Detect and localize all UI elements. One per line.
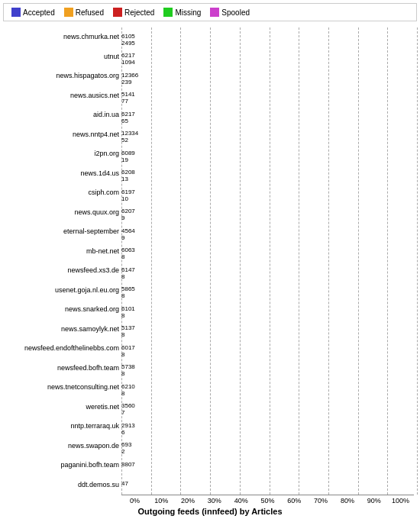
bar-row: 45649	[121, 222, 383, 242]
x-tick: 20%	[175, 495, 202, 504]
bar-secondary-value: 2495	[121, 40, 135, 47]
rejected-icon	[113, 8, 122, 17]
grid-line	[417, 27, 418, 495]
y-label: newsfeed.endofthelinebbs.com	[24, 345, 119, 352]
y-label: eternal-september	[63, 228, 119, 235]
y-label: news.tnetconsulting.net	[47, 384, 119, 391]
bar-main-value: 6089	[121, 150, 135, 156]
bar-spooled-value: 8	[121, 370, 124, 377]
bar-row: 6932	[121, 437, 383, 456]
bar-main-value: 6063	[121, 247, 135, 253]
bar-secondary-value: 239	[121, 79, 131, 85]
bar-main-value: 6197	[121, 189, 135, 195]
bar-secondary-value: 2	[121, 448, 124, 455]
bar-main-value: 47	[121, 480, 128, 487]
bar-row: 58658	[121, 281, 383, 301]
y-label: news.swapon.de	[68, 443, 119, 450]
bar-main-value: 6217	[121, 52, 135, 59]
legend-missing-label: Missing	[175, 8, 201, 17]
x-tick: 70%	[308, 495, 334, 504]
bar-main-value: 6208	[121, 169, 135, 176]
x-tick: 80%	[334, 495, 361, 504]
y-label: news.nntp4.net	[73, 131, 119, 138]
bar-spooled-value: 52	[121, 137, 128, 143]
legend-accepted: Accepted	[11, 8, 55, 17]
bar-secondary-value: 1094	[121, 59, 135, 66]
x-tick: 10%	[148, 495, 175, 504]
bar-main-value: 6147	[121, 266, 135, 273]
y-label: news.snarked.org	[65, 306, 119, 313]
y-label: newsfeed.bofh.team	[57, 365, 119, 372]
bar-secondary-value: 65	[121, 118, 128, 124]
bar-main-value: 6105	[121, 33, 135, 40]
bar-secondary-value: 8	[121, 390, 124, 397]
x-tick: 50%	[254, 495, 281, 504]
bar-secondary-value: 6	[121, 429, 124, 436]
bar-spooled-value: 8	[121, 351, 124, 358]
bar-secondary-value: 8	[121, 292, 124, 299]
bar-row: 60178	[121, 339, 383, 359]
bar-main-value: 693	[121, 441, 131, 448]
refused-icon	[64, 8, 73, 17]
bar-main-value: 12366	[121, 72, 138, 79]
y-label: aid.in.ua	[93, 111, 119, 118]
x-tick: 0%	[121, 495, 148, 504]
accepted-icon	[11, 8, 21, 17]
bar-main-value: 6101	[121, 305, 135, 312]
y-label: newsfeed.xs3.de	[67, 267, 119, 274]
bar-row: 47	[121, 475, 383, 495]
bar-main-value: 6210	[121, 383, 135, 390]
bar-row: 8807	[121, 456, 383, 475]
y-label: news.1d4.us	[80, 170, 119, 177]
x-axis: 0%10%20%30%40%50%60%70%80%90%100% Outgoi…	[3, 495, 417, 519]
legend-spooled: Spooled	[210, 8, 250, 17]
chart-area: news.chmurka.netutnutnews.hispagatos.org…	[0, 24, 420, 519]
y-labels: news.chmurka.netutnutnews.hispagatos.org…	[3, 27, 121, 495]
bar-secondary-value: 19	[121, 156, 128, 163]
bar-row: 1233452	[121, 125, 383, 145]
bar-secondary-value: 8	[121, 331, 124, 338]
bar-main-value: 12334	[121, 130, 138, 137]
y-label: weretis.net	[86, 404, 119, 411]
legend-refused-label: Refused	[76, 8, 104, 17]
bar-main-value: 5738	[121, 363, 135, 370]
y-label: csiph.com	[88, 189, 119, 196]
bar-row: 60638	[121, 242, 383, 262]
legend-missing: Missing	[163, 8, 201, 17]
x-tick: 30%	[201, 495, 228, 504]
x-tick: 100%	[387, 495, 414, 504]
legend-accepted-label: Accepted	[23, 8, 55, 17]
bar-row: 12366239	[121, 66, 383, 86]
bar-row: 621765	[121, 105, 383, 125]
bar-row: 35607	[121, 398, 383, 417]
bar-secondary-value: 10	[121, 195, 128, 202]
grid-line	[387, 27, 388, 495]
bar-main-value: 5137	[121, 324, 135, 331]
y-label: ddt.demos.su	[78, 482, 119, 488]
bar-secondary-value: 13	[121, 176, 128, 182]
legend-spooled-label: Spooled	[221, 8, 250, 17]
y-label: usenet.goja.nl.eu.org	[55, 287, 119, 294]
bar-main-value: 4564	[121, 227, 135, 234]
y-label: news.hispagatos.org	[56, 73, 119, 79]
missing-icon	[163, 8, 173, 17]
y-label: utnut	[104, 53, 119, 60]
bar-main-value: 8807	[121, 461, 135, 468]
bar-main-value: 2913	[121, 422, 135, 429]
y-label: i2pn.org	[94, 150, 119, 157]
x-tick: 90%	[360, 495, 387, 504]
bar-secondary-value: 7	[121, 409, 124, 416]
bar-main-value: 6017	[121, 344, 135, 351]
x-axis-title: Outgoing feeds (innfeed) by Articles	[3, 504, 417, 519]
bar-row: 61478	[121, 261, 383, 281]
bar-row: 620813	[121, 164, 383, 184]
bar-row: 51378	[121, 320, 383, 340]
bar-row: 61052495	[121, 27, 383, 47]
bar-main-value: 5865	[121, 285, 135, 292]
y-label: news.samoylyk.net	[61, 326, 119, 333]
bar-secondary-value: 8	[121, 312, 124, 319]
bars-area: 6105249562171094123662395141776217651233…	[121, 27, 417, 495]
bar-secondary-value: 8	[121, 273, 124, 280]
bar-row: 29136	[121, 417, 383, 437]
chart-container: Accepted Refused Rejected Missing Spoole…	[0, 0, 420, 519]
